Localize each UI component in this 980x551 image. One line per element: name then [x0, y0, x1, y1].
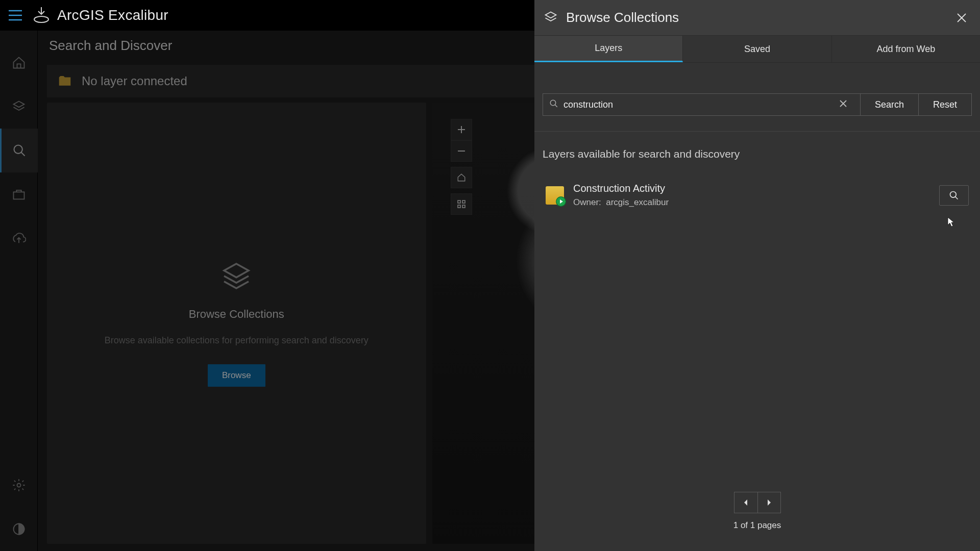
browse-card-title: Browse Collections [189, 308, 284, 321]
results-heading: Layers available for search and discover… [543, 148, 972, 160]
folder-icon [57, 73, 72, 89]
svg-rect-12 [458, 201, 460, 203]
search-input[interactable] [564, 99, 838, 110]
search-button[interactable]: Search [861, 93, 919, 116]
nav-layers[interactable] [0, 85, 38, 129]
layer-type-icon [546, 186, 564, 205]
app-logo-icon [29, 3, 54, 28]
tab-saved[interactable]: Saved [683, 36, 831, 62]
layers-icon [220, 260, 253, 292]
menu-button[interactable] [5, 5, 26, 26]
svg-rect-14 [458, 205, 460, 208]
panel-title: Browse Collections [566, 10, 952, 26]
layer-status-text: No layer connected [82, 74, 187, 88]
reset-button[interactable]: Reset [919, 93, 972, 116]
page-prev-button[interactable] [734, 492, 757, 513]
svg-rect-6 [13, 192, 24, 199]
tab-layers[interactable]: Layers [534, 36, 683, 62]
nav-upload[interactable] [0, 216, 38, 260]
result-name: Construction Activity [573, 183, 939, 194]
browse-collections-panel: Browse Collections Layers Saved Add from… [534, 0, 980, 551]
browse-card: Browse Collections Browse available coll… [47, 103, 426, 544]
nav-settings[interactable] [0, 463, 38, 507]
basemap-button[interactable] [451, 193, 472, 215]
browse-button[interactable]: Browse [208, 364, 265, 387]
browse-card-subtitle: Browse available collections for perform… [105, 335, 369, 346]
svg-line-5 [21, 153, 25, 156]
nav-search[interactable] [0, 129, 38, 172]
pager-text: 1 of 1 pages [733, 520, 781, 531]
layers-icon [544, 10, 559, 26]
svg-rect-15 [462, 205, 465, 208]
result-owner: Owner: arcgis_excalibur [573, 197, 939, 208]
page-next-button[interactable] [757, 492, 781, 513]
svg-point-3 [34, 16, 48, 22]
svg-point-7 [17, 484, 20, 487]
tab-add-from-web[interactable]: Add from Web [832, 36, 980, 62]
svg-point-4 [14, 145, 22, 154]
left-sidebar [0, 31, 38, 551]
result-item[interactable]: Construction Activity Owner: arcgis_exca… [543, 174, 972, 216]
zoom-in-button[interactable] [451, 119, 472, 140]
nav-theme[interactable] [0, 507, 38, 551]
home-extent-button[interactable] [451, 167, 472, 188]
app-title: ArcGIS Excalibur [57, 7, 168, 23]
clear-search-button[interactable] [838, 100, 854, 109]
svg-rect-13 [462, 201, 465, 203]
close-button[interactable] [952, 9, 971, 27]
svg-line-19 [555, 105, 557, 107]
nav-home[interactable] [0, 41, 38, 85]
svg-point-22 [950, 191, 957, 197]
search-layer-button[interactable] [939, 185, 969, 206]
nav-briefcase[interactable] [0, 172, 38, 216]
zoom-out-button[interactable] [451, 140, 472, 162]
svg-point-18 [550, 100, 556, 106]
search-icon [549, 99, 564, 110]
svg-line-23 [955, 196, 958, 199]
